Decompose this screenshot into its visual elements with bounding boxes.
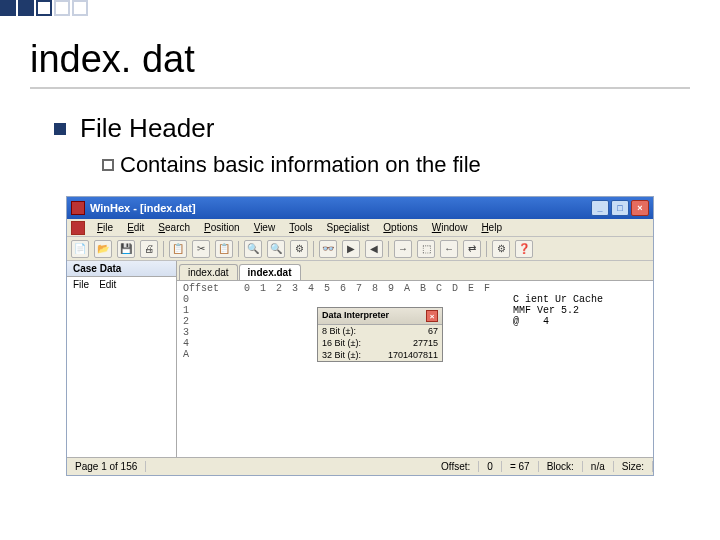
- hex-byte[interactable]: [255, 316, 271, 327]
- hex-byte[interactable]: [463, 316, 479, 327]
- hex-byte[interactable]: [383, 294, 399, 305]
- status-block: n/a: [583, 461, 614, 472]
- hex-byte[interactable]: [303, 294, 319, 305]
- hex-byte[interactable]: [415, 294, 431, 305]
- hex-byte[interactable]: [239, 327, 255, 338]
- hex-byte[interactable]: [271, 338, 287, 349]
- hex-byte[interactable]: [255, 327, 271, 338]
- hex-byte[interactable]: [479, 327, 495, 338]
- toolbar-button[interactable]: ❓: [515, 240, 533, 258]
- hex-byte[interactable]: [239, 316, 255, 327]
- hex-byte[interactable]: [287, 327, 303, 338]
- data-interpreter[interactable]: Data Interpreter × 8 Bit (±):67 16 Bit (…: [317, 307, 443, 362]
- toolbar-button[interactable]: →: [394, 240, 412, 258]
- hex-byte[interactable]: [447, 305, 463, 316]
- interp-16bit-label: 16 Bit (±):: [322, 338, 361, 348]
- menu-view[interactable]: View: [248, 221, 282, 234]
- hex-byte[interactable]: [255, 349, 271, 360]
- hex-byte[interactable]: [271, 294, 287, 305]
- minimize-button[interactable]: _: [591, 200, 609, 216]
- titlebar[interactable]: WinHex - [index.dat] _ □ ×: [67, 197, 653, 219]
- menu-file[interactable]: File: [91, 221, 119, 234]
- hex-byte[interactable]: [447, 349, 463, 360]
- hex-byte[interactable]: [239, 305, 255, 316]
- toolbar-button[interactable]: 💾: [117, 240, 135, 258]
- hex-byte[interactable]: [399, 294, 415, 305]
- hex-byte[interactable]: [271, 316, 287, 327]
- hex-byte[interactable]: [447, 316, 463, 327]
- hex-byte[interactable]: [255, 294, 271, 305]
- hex-byte[interactable]: [287, 338, 303, 349]
- hex-byte[interactable]: [287, 294, 303, 305]
- sidebar-edit[interactable]: Edit: [99, 279, 116, 290]
- maximize-button[interactable]: □: [611, 200, 629, 216]
- menu-window[interactable]: Window: [426, 221, 474, 234]
- interp-16bit-value: 27715: [413, 338, 438, 348]
- hex-byte[interactable]: [287, 316, 303, 327]
- toolbar-button[interactable]: 🔍: [244, 240, 262, 258]
- toolbar-button[interactable]: ←: [440, 240, 458, 258]
- close-button[interactable]: ×: [631, 200, 649, 216]
- hex-byte[interactable]: [431, 294, 447, 305]
- hex-byte[interactable]: [335, 294, 351, 305]
- hex-byte[interactable]: [287, 349, 303, 360]
- hex-byte[interactable]: [271, 327, 287, 338]
- tab-index-dat-active[interactable]: index.dat: [239, 264, 301, 280]
- toolbar-button[interactable]: ⚙: [290, 240, 308, 258]
- toolbar-button[interactable]: ◀: [365, 240, 383, 258]
- menu-edit[interactable]: Edit: [121, 221, 150, 234]
- hex-byte[interactable]: [463, 305, 479, 316]
- interp-8bit-label: 8 Bit (±):: [322, 326, 356, 336]
- bullet-icon: [54, 123, 66, 135]
- hex-byte[interactable]: [319, 294, 335, 305]
- hex-byte[interactable]: [255, 305, 271, 316]
- hex-byte[interactable]: [447, 294, 463, 305]
- status-eq: = 67: [502, 461, 539, 472]
- hex-byte[interactable]: [463, 338, 479, 349]
- hex-byte[interactable]: [367, 294, 383, 305]
- sidebar-file[interactable]: File: [73, 279, 89, 290]
- tab-index-dat[interactable]: index.dat: [179, 264, 238, 280]
- toolbar-button[interactable]: 🖨: [140, 240, 158, 258]
- menubar: File Edit Search Position View Tools Spe…: [67, 219, 653, 237]
- hex-byte[interactable]: [463, 327, 479, 338]
- toolbar-button[interactable]: 👓: [319, 240, 337, 258]
- menu-help[interactable]: Help: [475, 221, 508, 234]
- menu-position[interactable]: Position: [198, 221, 246, 234]
- menu-specialist[interactable]: Specialist: [321, 221, 376, 234]
- toolbar-button[interactable]: ⚙: [492, 240, 510, 258]
- hex-byte[interactable]: [239, 294, 255, 305]
- hex-byte[interactable]: [479, 338, 495, 349]
- hex-row[interactable]: 0C ient Ur Cache: [177, 294, 653, 305]
- hex-byte[interactable]: [479, 316, 495, 327]
- hex-byte[interactable]: [479, 305, 495, 316]
- hex-byte[interactable]: [463, 349, 479, 360]
- hex-byte[interactable]: [287, 305, 303, 316]
- hex-byte[interactable]: [255, 338, 271, 349]
- hex-byte[interactable]: [271, 349, 287, 360]
- hex-byte[interactable]: [479, 349, 495, 360]
- toolbar-button[interactable]: 📄: [71, 240, 89, 258]
- menu-search[interactable]: Search: [152, 221, 196, 234]
- toolbar-button[interactable]: ⇄: [463, 240, 481, 258]
- toolbar-button[interactable]: 📋: [215, 240, 233, 258]
- hex-byte[interactable]: [239, 349, 255, 360]
- toolbar-button[interactable]: ▶: [342, 240, 360, 258]
- toolbar-button[interactable]: ✂: [192, 240, 210, 258]
- hex-byte[interactable]: [479, 294, 495, 305]
- status-offset-label: Offset:: [433, 461, 479, 472]
- toolbar-button[interactable]: ⬚: [417, 240, 435, 258]
- menu-tools[interactable]: Tools: [283, 221, 318, 234]
- deco-square: [54, 0, 70, 16]
- data-interpreter-close[interactable]: ×: [426, 310, 438, 322]
- menu-options[interactable]: Options: [377, 221, 423, 234]
- hex-byte[interactable]: [239, 338, 255, 349]
- hex-byte[interactable]: [463, 294, 479, 305]
- toolbar-button[interactable]: 📋: [169, 240, 187, 258]
- toolbar-button[interactable]: 🔍: [267, 240, 285, 258]
- hex-byte[interactable]: [447, 327, 463, 338]
- toolbar-button[interactable]: 📂: [94, 240, 112, 258]
- hex-byte[interactable]: [271, 305, 287, 316]
- hex-byte[interactable]: [447, 338, 463, 349]
- hex-byte[interactable]: [351, 294, 367, 305]
